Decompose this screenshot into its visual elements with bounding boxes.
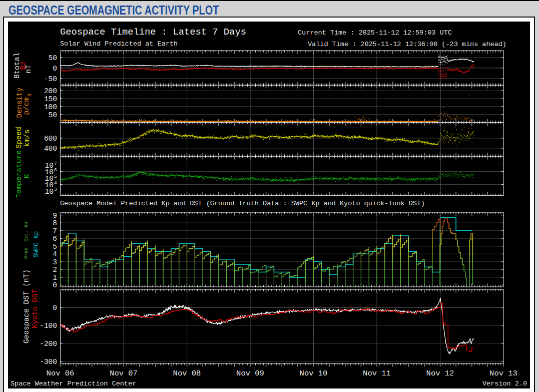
- svg-text:nT: nT: [25, 65, 33, 74]
- svg-text:Nov 06: Nov 06: [47, 369, 75, 378]
- svg-text:-300: -300: [40, 358, 57, 366]
- svg-text:0: 0: [53, 281, 57, 289]
- svg-text:7: 7: [53, 227, 57, 235]
- svg-text:50: 50: [49, 111, 57, 119]
- svg-text:km/s: km/s: [23, 130, 31, 147]
- svg-text:2: 2: [53, 266, 57, 274]
- svg-text:150: 150: [44, 95, 57, 103]
- svg-text:1: 1: [53, 274, 57, 282]
- svg-text:Nov 09: Nov 09: [236, 369, 264, 378]
- svg-text:3: 3: [53, 258, 57, 266]
- svg-text:8: 8: [53, 219, 57, 227]
- svg-text:Nov 11: Nov 11: [363, 369, 391, 378]
- svg-text:K: K: [23, 174, 31, 178]
- svg-text:3: 3: [54, 187, 57, 192]
- svg-text:50: 50: [49, 54, 57, 62]
- svg-text:Current Time : 2025-11-12 12:5: Current Time : 2025-11-12 12:59:03 UTC: [298, 29, 452, 37]
- svg-text:Version 2.0: Version 2.0: [482, 380, 527, 387]
- svg-text:SWPC Kp: SWPC Kp: [33, 231, 40, 258]
- svg-text:Valid Time : 2025-11-12 12:36:: Valid Time : 2025-11-12 12:36:00 (-23 mi…: [308, 41, 506, 48]
- svg-text:-200: -200: [40, 340, 57, 348]
- svg-text:Nov 08: Nov 08: [173, 369, 201, 378]
- svg-text:0: 0: [53, 65, 57, 73]
- svg-text:200: 200: [44, 87, 57, 95]
- svg-text:4: 4: [53, 250, 57, 258]
- svg-text:400: 400: [44, 145, 57, 153]
- svg-text:Pred. Est. Kp: Pred. Est. Kp: [24, 222, 29, 259]
- svg-text:-100: -100: [40, 322, 57, 330]
- svg-text:6: 6: [54, 167, 57, 173]
- svg-text:600: 600: [44, 135, 57, 143]
- svg-text:Geospace Timeline : Latest 7 D: Geospace Timeline : Latest 7 Days: [60, 27, 246, 38]
- svg-text:p/cm: p/cm: [23, 98, 31, 115]
- svg-text:Nov 12: Nov 12: [426, 369, 454, 378]
- svg-text:6: 6: [53, 235, 57, 243]
- svg-text:Geospace Model Predicted Kp an: Geospace Model Predicted Kp and DST (Gro…: [60, 200, 425, 207]
- svg-text:Space Weather Prediction Cente: Space Weather Prediction Center: [11, 380, 136, 387]
- svg-text:Kyoto DST: Kyoto DST: [31, 289, 39, 329]
- svg-text:0: 0: [53, 304, 57, 312]
- svg-text:Speed: Speed: [15, 127, 23, 149]
- svg-text:Nov 07: Nov 07: [110, 369, 138, 378]
- svg-text:Geospace DST (nT): Geospace DST (nT): [23, 269, 31, 343]
- svg-text:4: 4: [54, 180, 57, 186]
- svg-text:Temperature: Temperature: [15, 150, 23, 198]
- svg-text:5: 5: [54, 174, 57, 179]
- svg-text:9: 9: [53, 212, 57, 220]
- svg-text:3: 3: [27, 94, 33, 97]
- svg-text:5: 5: [53, 243, 57, 251]
- svg-text:10: 10: [45, 188, 54, 196]
- svg-text:-50: -50: [44, 75, 57, 83]
- svg-text:Nov 13: Nov 13: [489, 369, 517, 378]
- svg-text:Nov 10: Nov 10: [300, 369, 328, 378]
- svg-text:Solar Wind Predicted at Earth: Solar Wind Predicted at Earth: [60, 40, 178, 48]
- svg-text:100: 100: [44, 103, 57, 111]
- svg-text:7: 7: [54, 161, 57, 166]
